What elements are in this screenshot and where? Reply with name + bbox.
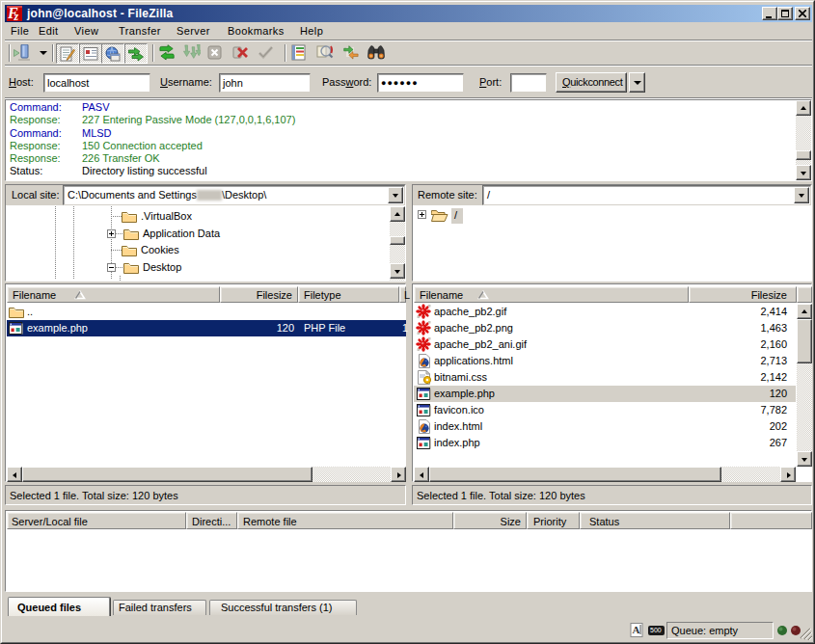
svg-text:A: A xyxy=(633,624,640,635)
svg-text:z: z xyxy=(14,10,19,21)
